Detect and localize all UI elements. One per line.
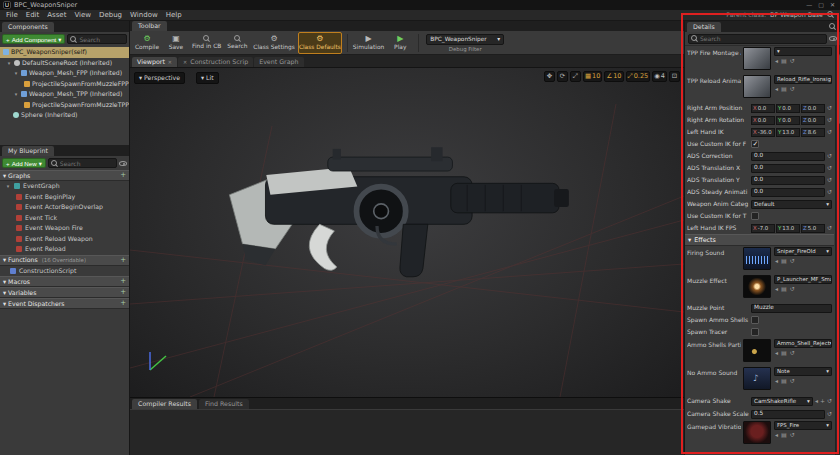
reset-icon[interactable]: ↺ bbox=[827, 410, 832, 418]
weapon-anim-category-dropdown[interactable]: Default ▾ bbox=[751, 200, 832, 209]
components-search-input[interactable] bbox=[79, 36, 124, 43]
vector-y-field[interactable]: Y0.0 bbox=[776, 116, 800, 125]
particle-asset-thumbnail[interactable] bbox=[743, 275, 771, 298]
maximize-button[interactable]: ▢ bbox=[818, 1, 824, 9]
reset-icon[interactable]: ↺ bbox=[790, 85, 795, 93]
macros-section-header[interactable]: ▾ Macros + bbox=[0, 276, 129, 287]
viewport-3d[interactable]: ▾ Perspective ▾ Lit ✥ ⟳ ⤢ ▦ 10 ∠ 10 bbox=[130, 68, 684, 397]
browse-asset-icon[interactable]: ▤ bbox=[781, 85, 787, 93]
simulation-button[interactable]: ▶ Simulation bbox=[353, 32, 384, 54]
sound-asset-thumbnail[interactable] bbox=[743, 247, 771, 270]
chevron-down-icon[interactable]: ▾ bbox=[13, 70, 19, 76]
add-component-button[interactable]: + Add Component ▾ bbox=[2, 34, 65, 44]
vector-y-field[interactable]: Y13.0 bbox=[776, 224, 800, 233]
vector-x-field[interactable]: X0.0 bbox=[751, 116, 775, 125]
reset-icon[interactable]: ↺ bbox=[827, 397, 832, 405]
vector-z-field[interactable]: Z8.6 bbox=[801, 128, 825, 137]
tab-find-results[interactable]: Find Results bbox=[199, 399, 249, 409]
use-custom-ik-fpp-checkbox[interactable] bbox=[751, 140, 759, 148]
function-item[interactable]: ConstructionScript bbox=[0, 266, 129, 277]
close-tab-icon[interactable]: ✕ bbox=[183, 59, 187, 65]
parent-class-value[interactable]: BP Weapon Base bbox=[770, 11, 823, 19]
details-search[interactable] bbox=[688, 34, 827, 44]
spawn-ammo-shells-checkbox[interactable] bbox=[751, 316, 759, 324]
rotate-tool-icon[interactable]: ⟳ bbox=[557, 71, 568, 82]
chevron-down-icon[interactable]: ▾ bbox=[13, 91, 19, 97]
tab-components[interactable]: Components bbox=[2, 22, 54, 32]
browse-asset-icon[interactable]: ▤ bbox=[781, 349, 787, 357]
use-selected-asset-icon[interactable]: ◂ bbox=[775, 431, 778, 439]
reset-icon[interactable]: ↺ bbox=[827, 104, 832, 112]
effects-section-header[interactable]: ▾ Effects bbox=[685, 234, 834, 246]
browse-asset-icon[interactable]: ▤ bbox=[781, 285, 787, 293]
reset-icon[interactable]: ↺ bbox=[790, 57, 795, 65]
tree-row[interactable]: ▾ DefaultSceneRoot (Inherited) bbox=[0, 58, 129, 69]
tree-row[interactable]: ▾ Weapon_Mesh_TPP (Inherited) bbox=[0, 89, 129, 100]
event-item[interactable]: Event ActorBeginOverlap bbox=[0, 202, 129, 213]
sound-asset-thumbnail[interactable] bbox=[743, 367, 771, 390]
reset-icon[interactable]: ↺ bbox=[827, 176, 832, 184]
vector-x-field[interactable]: X-36.0 bbox=[751, 128, 775, 137]
search-button[interactable]: Search bbox=[224, 32, 250, 54]
asset-dropdown[interactable]: ▾ bbox=[774, 47, 832, 56]
vector-y-field[interactable]: Y0.0 bbox=[776, 104, 800, 113]
menu-window[interactable]: Window bbox=[130, 11, 158, 20]
event-item[interactable]: Event Reload bbox=[0, 244, 129, 255]
menu-edit[interactable]: Edit bbox=[26, 11, 40, 20]
search-icon[interactable] bbox=[827, 11, 834, 18]
use-selected-asset-icon[interactable]: ◂ bbox=[775, 85, 778, 93]
muzzle-point-field[interactable]: Muzzle bbox=[751, 304, 832, 313]
vector-x-field[interactable]: X-7.0 bbox=[751, 224, 775, 233]
reset-icon[interactable]: ↺ bbox=[827, 128, 832, 136]
vector-z-field[interactable]: Z0.0 bbox=[801, 104, 825, 113]
ads-translation-y-field[interactable]: 0.0 bbox=[751, 176, 825, 185]
save-button[interactable]: ▣ Save bbox=[163, 32, 189, 54]
visibility-filter-icon[interactable] bbox=[119, 161, 127, 166]
compile-button[interactable]: ⚙ Compile bbox=[134, 32, 160, 54]
add-variable-icon[interactable]: + bbox=[120, 288, 126, 297]
camera-speed-button[interactable]: ◉ 4 bbox=[652, 71, 667, 82]
scale-snap-toggle[interactable]: ⤢ 0.25 bbox=[626, 71, 651, 82]
perspective-dropdown[interactable]: ▾ Perspective bbox=[134, 72, 185, 84]
browse-asset-icon[interactable]: ▤ bbox=[781, 377, 787, 385]
close-tab-icon[interactable]: ✕ bbox=[168, 59, 172, 65]
minimize-button[interactable]: — bbox=[806, 1, 812, 9]
add-new-button[interactable]: + Add New ▾ bbox=[2, 158, 46, 168]
tab-details[interactable]: Details bbox=[687, 22, 721, 32]
details-scrollbar[interactable] bbox=[835, 46, 840, 455]
asset-dropdown[interactable]: Ammo_Shell_Reject ▾ bbox=[774, 339, 832, 348]
spawn-tracer-checkbox[interactable] bbox=[751, 328, 759, 336]
menu-asset[interactable]: Asset bbox=[47, 11, 66, 20]
chevron-down-icon[interactable]: ▾ bbox=[5, 183, 11, 189]
add-dispatcher-icon[interactable]: + bbox=[120, 299, 126, 308]
asset-thumbnail[interactable] bbox=[743, 47, 771, 70]
close-button[interactable]: ✕ bbox=[830, 1, 835, 9]
functions-section-header[interactable]: ▾ Functions (16 Overridable) + bbox=[0, 255, 129, 266]
vector-z-field[interactable]: Z0.0 bbox=[801, 116, 825, 125]
reset-icon[interactable]: ↺ bbox=[790, 257, 795, 265]
tab-viewport[interactable]: Viewport ✕ bbox=[132, 57, 177, 67]
tab-my-blueprint[interactable]: My Blueprint bbox=[2, 146, 54, 156]
maximize-viewport-button[interactable]: ⊡ bbox=[669, 71, 680, 82]
tree-row[interactable]: BPC_WeaponSniper(self) bbox=[0, 47, 129, 58]
vector-x-field[interactable]: X0.0 bbox=[751, 104, 775, 113]
variables-section-header[interactable]: ▾ Variables + bbox=[0, 287, 129, 298]
reset-icon[interactable]: ↺ bbox=[827, 152, 832, 160]
reset-icon[interactable]: ↺ bbox=[827, 116, 832, 124]
tree-row[interactable]: Sphere (Inherited) bbox=[0, 110, 129, 121]
reset-icon[interactable]: ↺ bbox=[827, 188, 832, 196]
graphs-section-header[interactable]: ▾ Graphs + bbox=[0, 170, 129, 181]
event-item[interactable]: Event Weapon Fire bbox=[0, 223, 129, 234]
graph-item[interactable]: ▾ EventGraph bbox=[0, 181, 129, 192]
tree-row[interactable]: ProjectileSpawnFromMuzzleFPP (Inherited) bbox=[0, 79, 129, 90]
reset-icon[interactable]: ↺ bbox=[827, 164, 832, 172]
menu-file[interactable]: File bbox=[6, 11, 18, 20]
asset-dropdown[interactable]: Reload_Rifle_Ironsights ▾ bbox=[774, 75, 832, 84]
camera-shake-scale-field[interactable]: 0.5 bbox=[751, 410, 825, 419]
compiler-results-log[interactable] bbox=[130, 409, 684, 455]
particle-asset-thumbnail[interactable] bbox=[743, 339, 771, 362]
force-feedback-thumbnail[interactable] bbox=[743, 421, 771, 444]
scale-tool-icon[interactable]: ⤢ bbox=[570, 71, 581, 82]
tab-construction-script[interactable]: ✕ Construction Scrip bbox=[178, 57, 253, 67]
asset-dropdown[interactable]: P_Launcher_MF_Small ▾ bbox=[774, 275, 832, 284]
